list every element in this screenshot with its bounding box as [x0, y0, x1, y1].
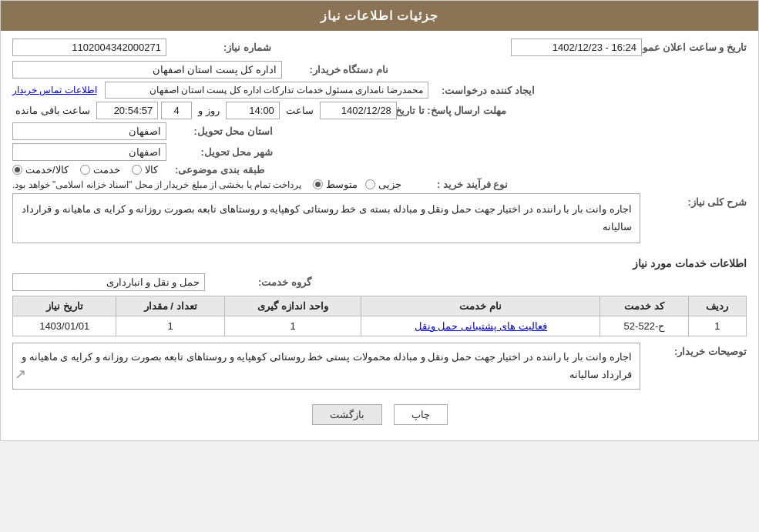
radio-jozii[interactable]: جزیی — [365, 179, 401, 190]
ostan-label: استان محل تحویل: — [173, 125, 273, 137]
radio-khadamat[interactable]: خدمت — [80, 164, 120, 176]
radio-motavasset[interactable]: متوسط — [313, 179, 358, 190]
farayand-label: نوع فرآیند خرید : — [408, 179, 508, 190]
ijad-konandeh-value: محمدرضا نامداری مسئول خدمات تدارکات ادار… — [105, 82, 428, 99]
radio-kala-khadamat[interactable]: کالا/خدمت — [12, 164, 69, 176]
tamas-link[interactable]: اطلاعات تماس خریدار — [12, 85, 97, 95]
kala-khadamat-label: کالا/خدمت — [25, 164, 69, 176]
shomara-niaz-label: شماره نیاز: — [171, 42, 271, 53]
col-kod: کد خدمت — [600, 296, 688, 316]
tabaqe-label: طبقه بندی موضوعی: — [164, 164, 264, 176]
sharh-box: اجاره وانت بار با راننده در اختیار جهت ح… — [12, 193, 640, 243]
pardakht-text: پرداخت تمام یا بخشی از مبلغ خریدار از مح… — [12, 179, 301, 190]
col-nam: نام خدمت — [361, 296, 600, 316]
tarikhe-label: تاریخ و ساعت اعلان عمومی: — [646, 42, 747, 53]
khadamat-label: خدمت — [93, 164, 120, 176]
col-tedad: تعداد / مقدار — [116, 296, 225, 316]
khadamat-radio-circle — [80, 165, 90, 175]
kala-radio-circle — [132, 165, 142, 175]
chap-button[interactable]: چاپ — [394, 404, 448, 425]
roz-label: روز و — [198, 105, 220, 116]
tvsifat-box: اجاره وانت بار با راننده در اختیار جهت ح… — [12, 343, 640, 390]
services-table: ردیف کد خدمت نام خدمت واحد اندازه گیری ت… — [12, 296, 747, 336]
kala-label: کالا — [145, 164, 158, 176]
goroh-label: گروه خدمت: — [211, 276, 311, 288]
bazgasht-button[interactable]: بازگشت — [312, 404, 382, 425]
goroh-value: حمل و نقل و انبارداری — [12, 273, 205, 291]
saat-label: ساعت — [286, 105, 314, 116]
tvsifat-label: توصیحات خریدار: — [646, 343, 747, 357]
shahr-label: شهر محل تحویل: — [173, 146, 273, 158]
baqi-value: 20:54:57 — [96, 102, 158, 119]
radio-kala[interactable]: کالا — [132, 164, 158, 176]
tarikhe-value: 1402/12/23 - 16:24 — [511, 38, 642, 56]
shahr-value: اصفهان — [12, 143, 166, 161]
button-row: چاپ بازگشت — [12, 404, 747, 425]
shomara-niaz-value: 1102004342000271 — [12, 38, 166, 56]
table-row: 1ح-522-52فعالیت های پشتیبانی حمل ونقل111… — [13, 316, 747, 336]
jozii-label: جزیی — [378, 179, 401, 190]
page-title: جزئیات اطلاعات نیاز — [321, 9, 439, 22]
nam-dastgah-label: نام دستگاه خریدار: — [288, 64, 388, 75]
sharh-value: اجاره وانت بار با راننده در اختیار جهت ح… — [22, 203, 632, 233]
nam-dastgah-value: اداره کل پست استان اصفهان — [12, 61, 282, 79]
baqi-label: ساعت باقی مانده — [15, 105, 90, 116]
page-header: جزئیات اطلاعات نیاز — [1, 1, 758, 31]
main-content: شماره نیاز: 1102004342000271 تاریخ و ساع… — [1, 31, 758, 440]
ettelaat-title: اطلاعات خدمات مورد نیاز — [12, 257, 747, 269]
sharh-label: شرح کلی نیاز: — [646, 193, 747, 208]
jozii-radio-circle — [365, 179, 375, 189]
motavasset-label: متوسط — [326, 179, 358, 190]
kala-khadamat-radio-circle — [12, 165, 22, 175]
col-vahed: واحد اندازه گیری — [224, 296, 361, 316]
roz-value: 4 — [161, 102, 192, 119]
date-value: 1402/12/28 — [320, 102, 397, 119]
col-radif: ردیف — [688, 296, 746, 316]
ostan-value: اصفهان — [12, 122, 166, 140]
tvsifat-value: اجاره وانت بار با راننده در اختیار جهت ح… — [22, 351, 632, 380]
saat-value: 14:00 — [226, 102, 280, 119]
col-tarikh: تاریخ نیاز — [13, 296, 116, 316]
ijad-konandeh-label: ایجاد کننده درخواست: — [435, 85, 535, 96]
motavasset-radio-circle — [313, 179, 323, 189]
page-wrapper: جزئیات اطلاعات نیاز شماره نیاز: 11020043… — [0, 0, 759, 441]
mohlat-label: مهلت ارسال پاسخ: تا تاریخ: — [406, 105, 506, 116]
